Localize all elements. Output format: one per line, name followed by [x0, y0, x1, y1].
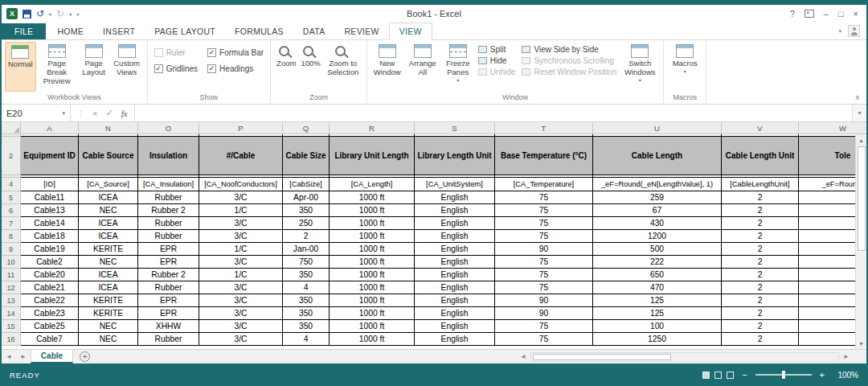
ruler-checkbox[interactable]: Ruler — [154, 48, 198, 57]
row-header-10[interactable]: 10 — [2, 256, 21, 269]
data-cell[interactable]: 1000 ft — [330, 191, 415, 204]
formula-input[interactable] — [135, 105, 852, 121]
customize-qat-icon[interactable]: ▾ — [76, 11, 79, 17]
data-cell[interactable]: NEC — [79, 333, 138, 346]
name-box[interactable]: E20 ▾ — [2, 105, 71, 121]
custom-views-button[interactable]: Custom Views — [110, 42, 144, 92]
data-cell[interactable]: English — [415, 204, 495, 217]
data-cell[interactable]: 1000 ft — [330, 281, 415, 294]
vertical-scrollbar[interactable]: ▲ ▼ — [855, 134, 866, 349]
column-header-S[interactable]: S — [415, 122, 495, 134]
normal-view-shortcut-icon[interactable] — [702, 372, 710, 379]
data-cell[interactable]: English — [415, 256, 495, 269]
data-cell[interactable]: 2 — [722, 256, 799, 269]
table-header-cell[interactable]: #/Cable — [199, 137, 283, 175]
select-all-button[interactable] — [2, 122, 21, 134]
data-cell[interactable]: 350 — [283, 307, 330, 320]
data-cell[interactable]: Cable14 — [21, 217, 79, 230]
row-header-16[interactable]: 16 — [2, 333, 21, 346]
account-avatar[interactable] — [848, 25, 860, 37]
data-cell[interactable]: 1200 — [593, 230, 722, 243]
field-cell[interactable]: [CA_NoofConductors] — [199, 178, 283, 191]
data-cell[interactable]: 1000 ft — [330, 230, 415, 243]
data-cell[interactable]: 3/C — [199, 217, 283, 230]
cancel-formula-icon[interactable]: × — [92, 109, 97, 118]
column-header-W[interactable]: W — [799, 122, 866, 134]
data-cell[interactable]: 1/C — [199, 243, 283, 256]
macros-button[interactable]: Macros ▾ — [667, 42, 702, 92]
data-cell[interactable]: 2 — [722, 320, 799, 333]
table-header-cell[interactable]: Insulation — [138, 137, 199, 175]
data-cell[interactable]: 3/C — [199, 307, 283, 320]
data-cell[interactable]: NEC — [79, 256, 138, 269]
column-header-R[interactable]: R — [330, 122, 415, 134]
data-cell[interactable]: Cable21 — [21, 281, 79, 294]
gridlines-checkbox[interactable]: ✓ Gridlines — [154, 64, 198, 73]
freeze-panes-button[interactable]: Freeze Panes ▾ — [441, 42, 475, 92]
arrange-all-button[interactable]: Arrange All — [404, 42, 441, 92]
help-button[interactable]: ? — [790, 9, 795, 18]
data-cell[interactable]: 75 — [495, 320, 593, 333]
maximize-button[interactable]: □ — [838, 9, 844, 18]
page-break-preview-button[interactable]: Page Break Preview — [36, 42, 78, 92]
data-cell[interactable]: 1000 ft — [330, 269, 415, 281]
redo-dropdown-icon[interactable]: ▾ — [69, 11, 72, 17]
data-cell[interactable]: Cable22 — [21, 294, 79, 307]
data-cell[interactable]: 1000 ft — [330, 333, 415, 346]
data-cell[interactable]: 75 — [495, 217, 593, 230]
normal-view-button[interactable]: Normal — [5, 42, 36, 92]
column-header-T[interactable]: T — [495, 122, 593, 134]
data-cell[interactable]: 2 — [722, 307, 799, 320]
undo-icon[interactable]: ↺ — [36, 8, 44, 19]
row-header-4[interactable]: 4 — [2, 178, 21, 191]
field-cell[interactable]: [CableLengthUnit] — [722, 178, 799, 191]
scroll-up-icon[interactable]: ▲ — [856, 134, 866, 146]
data-cell[interactable]: Cable20 — [21, 269, 79, 281]
data-cell[interactable]: 75 — [495, 230, 593, 243]
data-cell[interactable]: 125 — [593, 307, 722, 320]
zoom-slider[interactable] — [755, 374, 812, 376]
ribbon-tab-page-layout[interactable]: PAGE LAYOUT — [145, 23, 225, 39]
data-cell[interactable]: 75 — [495, 191, 593, 204]
chevron-down-icon[interactable]: ▾ — [838, 28, 841, 35]
data-cell[interactable]: KERITE — [79, 243, 138, 256]
table-header-cell[interactable]: Equipment ID — [21, 137, 79, 175]
sheet-nav-right-icon[interactable]: ► — [16, 350, 31, 363]
data-cell[interactable]: Apr-00 — [283, 191, 330, 204]
table-header-cell[interactable]: Cable Size — [283, 137, 330, 175]
data-cell[interactable]: English — [415, 269, 495, 281]
excel-app-icon[interactable]: X — [6, 8, 18, 19]
data-cell[interactable]: 222 — [593, 256, 722, 269]
row-header-14[interactable]: 14 — [2, 307, 21, 320]
data-cell[interactable]: 125 — [593, 294, 722, 307]
table-header-cell[interactable]: Base Temperature (°C) — [495, 137, 593, 175]
data-cell[interactable]: ICEA — [79, 269, 138, 281]
field-cell[interactable]: [ID] — [21, 178, 79, 191]
data-cell[interactable]: NEC — [79, 204, 138, 217]
page-layout-button[interactable]: Page Layout — [78, 42, 110, 92]
data-cell[interactable]: 3/C — [199, 281, 283, 294]
new-window-button[interactable]: New Window — [371, 42, 404, 92]
data-cell[interactable]: English — [415, 217, 495, 230]
column-header-V[interactable]: V — [722, 122, 799, 134]
data-cell[interactable]: 4 — [283, 281, 330, 294]
ribbon-tab-file[interactable]: FILE — [2, 23, 46, 39]
page-break-view-shortcut-icon[interactable] — [727, 372, 734, 379]
row-header-9[interactable]: 9 — [2, 243, 21, 256]
data-cell[interactable]: 500 — [593, 243, 722, 256]
switch-windows-button[interactable]: Switch Windows ▾ — [620, 42, 660, 92]
data-cell[interactable]: 3/C — [199, 191, 283, 204]
data-cell[interactable]: 350 — [283, 204, 330, 217]
sheet-nav-left-icon[interactable]: ◄ — [2, 350, 16, 363]
data-cell[interactable]: 3/C — [199, 320, 283, 333]
data-cell[interactable]: English — [415, 281, 495, 294]
data-cell[interactable]: 75 — [495, 269, 593, 281]
column-header-P[interactable]: P — [199, 122, 283, 134]
zoom-100-button[interactable]: 100% — [298, 42, 322, 92]
horizontal-scroll-thumb[interactable] — [533, 354, 671, 360]
data-cell[interactable]: 75 — [495, 281, 593, 294]
data-cell[interactable]: Cable25 — [21, 320, 79, 333]
data-cell[interactable]: Cable7 — [21, 333, 79, 346]
data-cell[interactable]: 1000 ft — [330, 320, 415, 333]
data-cell[interactable]: 3/C — [199, 294, 283, 307]
